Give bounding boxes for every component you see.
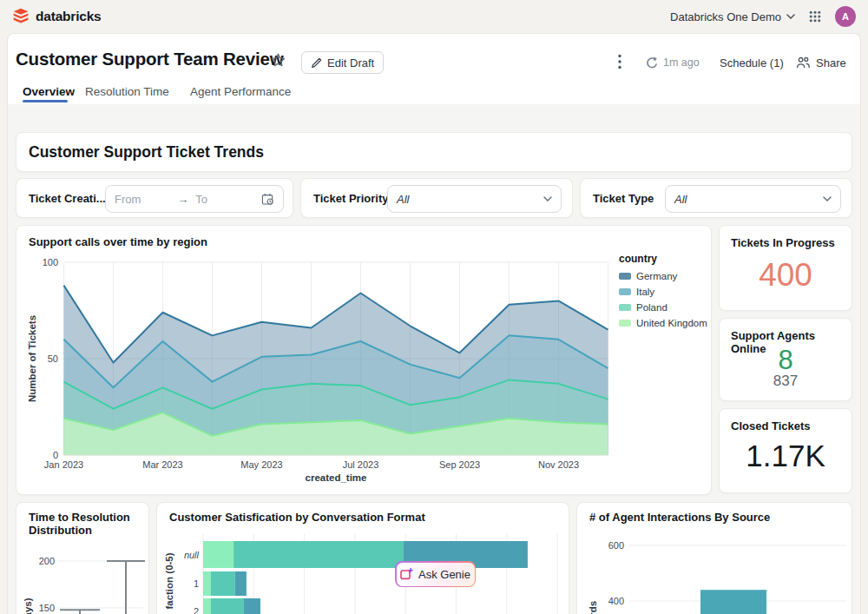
chevron-down-icon [543,196,552,201]
edit-draft-button[interactable]: Edit Draft [301,51,384,74]
ticket-type-select[interactable]: All [665,185,841,213]
workspace-name: Databricks One Demo [670,10,781,23]
svg-text:50: 50 [48,353,58,364]
more-options-kebab-button[interactable] [618,54,621,69]
legend-item[interactable]: Poland [619,302,709,313]
svg-text:created_time: created_time [306,472,367,483]
kpi-title: Tickets In Progress [731,236,835,249]
kpi-value: 400 [720,257,852,294]
legend-label: Poland [636,302,667,313]
databricks-logo[interactable]: databricks [12,8,102,25]
date-range-input[interactable]: From → To [105,185,284,213]
app-switcher-grid-icon[interactable] [809,10,821,23]
support-calls-chart-title: Support calls over time by region [29,235,207,248]
date-to-placeholder[interactable]: To [195,193,207,206]
kpi-subvalue: 837 [720,373,852,390]
schedule-label: Schedule (1) [720,56,784,69]
csat-chart-title: Customer Satisfication by Conversation F… [169,511,425,524]
edit-draft-label: Edit Draft [327,56,374,69]
ticket-type-value: All [674,193,687,206]
ask-genie-button[interactable]: Ask Genie [395,561,476,587]
date-from-placeholder[interactable]: From [115,193,141,206]
filter-label-ticket-created: Ticket Creati... [29,192,106,205]
refresh-button[interactable]: 1m ago [645,53,700,72]
chevron-down-icon [823,196,832,201]
legend-swatch [619,304,631,311]
support-calls-area-chart[interactable]: 050100Jan 2023Mar 2023May 2023Jul 2023Se… [25,254,614,487]
dashboard-title-card: Customer Support Ticket Trends [16,132,852,172]
legend-item[interactable]: Italy [619,287,709,297]
svg-text:150: 150 [39,603,55,613]
svg-text:Jul 2023: Jul 2023 [343,459,379,470]
top-app-bar: databricks Databricks One Demo A [0,0,868,33]
brand-wordmark: databricks [36,9,102,24]
svg-text:null: null [184,550,200,560]
pencil-icon [311,57,322,69]
legend-swatch [619,320,631,327]
genie-icon [400,568,413,580]
svg-text:Nov 2023: Nov 2023 [538,459,579,470]
chart-legend: country GermanyItalyPolandUnited Kingdom [619,253,709,333]
svg-text:records: records [588,601,598,614]
kpi-title: Closed Tickets [731,419,811,432]
svg-text:May 2023: May 2023 [240,459,282,470]
tab-resolution-time[interactable]: Resolution Time [85,80,169,102]
share-label: Share [816,56,846,69]
csat-chart-card: Customer Satisfication by Conversation F… [156,502,569,614]
interactions-bar-chart[interactable]: 600400records [584,522,850,614]
legend-item[interactable]: United Kingdom [619,318,709,328]
databricks-logo-icon [12,8,30,25]
filter-card-ticket-type: Ticket Type All [580,178,852,218]
svg-text:Mar 2023: Mar 2023 [142,459,182,470]
workspace-switcher[interactable]: Databricks One Demo [670,10,795,23]
calendar-clock-icon[interactable] [261,193,274,206]
resolution-distribution-card: Time to Resolution Distribution 200150(D… [16,502,149,614]
dashboard-title: Customer Support Ticket Trends [29,143,264,162]
legend-title: country [619,253,709,265]
kpi-card-support-agents-online: Support Agents Online 8 837 [719,318,852,401]
active-tab-underline [23,100,68,102]
svg-text:100: 100 [43,257,58,267]
legend-label: Italy [636,287,654,297]
kpi-value: 1.17K [720,439,852,473]
svg-text:Sep 2023: Sep 2023 [439,459,480,470]
refresh-icon [645,56,658,69]
chevron-down-icon [786,14,795,19]
resolution-box-plot[interactable]: 200150(Days) [23,539,147,614]
svg-text:Number of Tickets: Number of Tickets [27,315,37,402]
svg-text:400: 400 [608,596,624,606]
resolution-distribution-title: Time to Resolution Distribution [29,511,141,537]
ticket-priority-select[interactable]: All [387,185,562,213]
interactions-chart-card: # of Agent Interactions By Source 600400… [576,502,852,614]
svg-text:faction (0-5): faction (0-5) [164,552,174,609]
star-icon [271,53,286,67]
filter-card-ticket-priority: Ticket Priority All [300,178,573,218]
support-calls-chart-card: Support calls over time by region 050100… [16,225,712,495]
tab-agent-performance[interactable]: Agent Performance [190,80,291,102]
csat-stacked-bar-chart[interactable]: null12faction (0-5) [164,529,563,614]
svg-text:Jan 2023: Jan 2023 [44,459,83,470]
page-title: Customer Support Team Review [16,49,283,69]
kpi-value: 8 [720,345,852,376]
last-refreshed-label: 1m ago [663,56,700,69]
kpi-card-tickets-in-progress: Tickets In Progress 400 [719,225,852,311]
ask-genie-label: Ask Genie [418,568,470,581]
favorite-star-button[interactable] [271,53,286,67]
user-avatar[interactable]: A [835,6,856,27]
svg-text:2: 2 [194,606,199,614]
legend-swatch [619,273,631,280]
filter-label-ticket-priority: Ticket Priority [313,192,388,205]
legend-swatch [619,288,631,295]
svg-text:1: 1 [194,578,199,589]
svg-text:(Days): (Days) [23,597,33,614]
svg-text:200: 200 [39,556,55,566]
legend-label: Germany [636,271,677,281]
share-button[interactable]: Share [796,53,846,72]
schedule-button[interactable]: Schedule (1) [720,53,784,72]
share-people-icon [796,56,811,69]
legend-item[interactable]: Germany [619,271,709,281]
filter-label-ticket-type: Ticket Type [593,192,654,205]
filter-card-ticket-created: Ticket Creati... From → To [16,178,293,218]
ticket-priority-value: All [397,193,409,206]
date-range-arrow-icon: → [170,193,195,206]
